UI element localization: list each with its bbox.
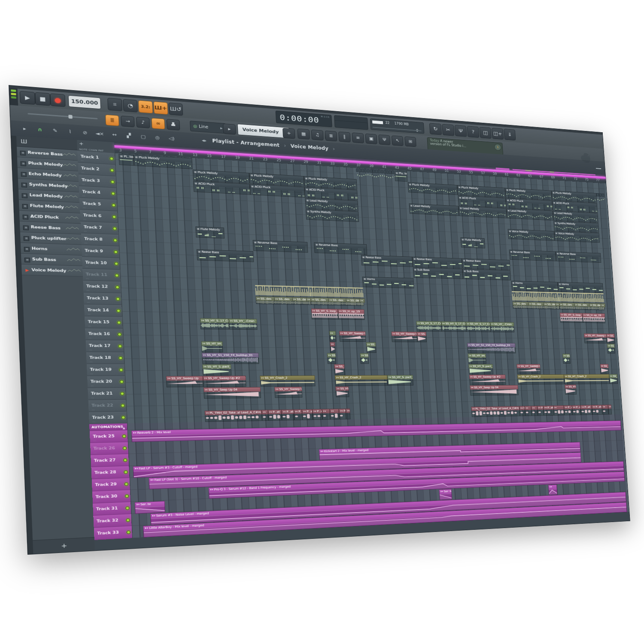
playlist-clip[interactable]: ↦ SS_..r_02: [600, 364, 609, 374]
playlist-clip[interactable]: ↦ P...et: [592, 405, 602, 415]
pattern-prev-button[interactable]: ▸: [223, 124, 236, 135]
automation-clip[interactable]: Ser..te: [439, 489, 452, 500]
automation-clip[interactable]: Ser..te: [134, 501, 165, 514]
playlist-clip[interactable]: ↦ SS..des↦ SS..des↦ SS..des↦: [512, 301, 559, 309]
playlist-clip[interactable]: ↦: [330, 409, 339, 419]
clip-header[interactable]: ↦ SS..ct: [416, 332, 426, 336]
collapse-minus-icon[interactable]: —: [595, 164, 601, 172]
track-menu-dots[interactable]: ⋯: [85, 265, 89, 268]
playlist-clip[interactable]: ≡ PL..ter: [118, 154, 134, 166]
breadcrumb-pattern[interactable]: Voice Melody: [290, 143, 328, 152]
track-led[interactable]: [125, 506, 130, 510]
playlist-clip[interactable]: ≡ Flute Melody: [460, 237, 485, 249]
clip-header[interactable]: ↦ P...et: [294, 409, 302, 414]
save-button[interactable]: ◫: [479, 127, 491, 139]
playlist-clip[interactable]: ↦ P...et: [537, 406, 544, 416]
time-display[interactable]: 0:00:00 M:S:CS: [276, 110, 332, 127]
playlist-clip[interactable]: ↦: [330, 342, 336, 353]
track-led[interactable]: [127, 530, 131, 534]
clip-header[interactable]: ↦ SS_HY_Sweep Up: [391, 331, 417, 336]
clip-header[interactable]: ↦ P...et: [537, 406, 544, 410]
playlist-clip[interactable]: ↦ SS_HY_..Cmin: [490, 322, 514, 332]
playlist-clip[interactable]: ↦ SS_HY_Sweep Up: [391, 331, 417, 342]
clip-header[interactable]: ↦ SS_..er: [327, 353, 336, 357]
playlist-clip[interactable]: ↦ SS_HY_Im_wnlifter: [201, 341, 223, 352]
track-menu-dots[interactable]: ⋯: [97, 524, 100, 527]
mini-pattern-clip[interactable]: [599, 193, 601, 197]
track-menu-dots[interactable]: ⋯: [96, 511, 100, 514]
playlist-clip[interactable]: ↦ P...et: [282, 410, 294, 421]
clip-header[interactable]: ↦ SS_HY_Sweep Up: [584, 334, 607, 338]
playlist-clip[interactable]: [310, 286, 364, 298]
track-header[interactable]: Track 23⋯: [89, 411, 127, 424]
track-led[interactable]: [115, 274, 118, 277]
track-header[interactable]: Track 12⋯: [83, 280, 121, 293]
clip-header[interactable]: ↦ SS_HY_Im_wnlifter: [468, 353, 486, 358]
clip-header[interactable]: ↦ SS_HY_Crash_2: [335, 375, 388, 380]
clip-header[interactable]: ↦ SS_HY_Crash_1: [565, 385, 576, 389]
track-menu-dots[interactable]: ⋯: [96, 499, 99, 502]
automation-track-header[interactable]: Track 30⋯: [92, 490, 131, 504]
playlist-clip[interactable]: ≡ Pluck Melody: [407, 182, 458, 195]
track-led[interactable]: [124, 470, 128, 474]
playlist-clip[interactable]: ↦ SS_H..op_19: [582, 313, 605, 323]
pattern-add-button[interactable]: +: [283, 128, 295, 139]
track-led[interactable]: [115, 286, 119, 289]
playlist-clip[interactable]: ↦ SS_..er: [562, 354, 571, 364]
mini-pattern-clip[interactable]: [356, 168, 358, 172]
playlist-clip[interactable]: ≡ Voice Melody: [554, 231, 599, 243]
track-led[interactable]: [126, 518, 130, 522]
clip-header[interactable]: ↦: [261, 410, 268, 414]
export-button[interactable]: ⇓: [504, 129, 516, 140]
clip-header[interactable]: ↦ SS_HY_Sweep Up: [274, 387, 302, 392]
track-header[interactable]: Track 17⋯: [86, 340, 124, 352]
automation-track-header[interactable]: Track 28⋯: [91, 466, 129, 479]
playlist-clip[interactable]: ≡ Horns: [511, 281, 558, 292]
playlist-clip[interactable]: ↦ SS_HY_S..pact_06: [202, 365, 231, 376]
wait-button[interactable]: ◔: [123, 99, 138, 112]
playlist-clip[interactable]: ↦ SS_HY_Seep Up 04: [470, 385, 519, 396]
playlist-clip[interactable]: ≡ Sub Bass: [462, 269, 511, 280]
track-led[interactable]: [114, 262, 118, 265]
playlist-clip[interactable]: ↦ P...et: [564, 405, 573, 416]
playlist-clip[interactable]: ↦ SS..des↦ SS..des↦ SS..des↦: [255, 296, 311, 305]
zoom-tool-button[interactable]: ◎: [151, 133, 164, 143]
track-header[interactable]: Track 18⋯: [86, 352, 125, 364]
playlist-clip[interactable]: ↦ SS_HY_Sweep Up: [584, 334, 607, 343]
playlist-clip[interactable]: ↦ SS_HY_Sweep Up #2: [469, 375, 506, 385]
playlist-clip[interactable]: ≡ Reese Bass: [412, 257, 462, 269]
plugin-button[interactable]: Ψ: [378, 134, 390, 145]
record-audio-button[interactable]: Ψ: [455, 125, 467, 137]
clip-header[interactable]: ↦ SS_..er: [562, 354, 570, 358]
playlist-clip[interactable]: ↦ SS_HY_S..pact_06: [387, 375, 413, 386]
playlist-clip[interactable]: ↦ P...et: [302, 409, 313, 420]
master-pitch-slider[interactable]: [27, 113, 97, 119]
playlist-clip[interactable]: ↦ SS_HY_..Cmin: [228, 319, 257, 330]
clip-header[interactable]: ↦ P...et: [339, 409, 346, 413]
clip-header[interactable]: ↦ P...et: [564, 405, 572, 410]
playlist-clip[interactable]: ≡ Horns: [558, 282, 604, 293]
tempo-display[interactable]: 150.000: [68, 95, 101, 109]
clip-header[interactable]: ↦ P...et: [302, 409, 313, 414]
track-menu-dots[interactable]: ⋯: [91, 408, 95, 411]
track-led[interactable]: [122, 434, 126, 438]
playlist-clip[interactable]: ↦ SS_HY_Sweep Up: [516, 364, 541, 374]
clip-header[interactable]: ↦: [525, 406, 532, 410]
playlist-clip[interactable]: ≡ Lead Melody: [409, 204, 459, 216]
track-header[interactable]: Track 16⋯: [85, 328, 123, 340]
playlist-clip[interactable]: ↦ P...et: [346, 409, 350, 419]
playlist-clip[interactable]: ↦ SS_HY_S1_150_FX_buildup_01: [467, 343, 516, 353]
clip-header[interactable]: ↦ SS_HY_..Cmin: [228, 319, 257, 323]
automation-track-header[interactable]: Track 31⋯: [93, 502, 131, 516]
playlist-clip[interactable]: ↦ SS_HY_S..17_Cmin: [200, 318, 229, 330]
track-menu-dots[interactable]: ⋯: [94, 475, 98, 478]
clip-header[interactable]: ↦ SS..ct: [606, 334, 615, 337]
track-header[interactable]: Track 6⋯: [80, 210, 118, 223]
clip-header[interactable]: ↦ P...et: [282, 410, 294, 414]
record-button[interactable]: [50, 93, 65, 107]
playlist-clip[interactable]: ↦ SS..des↦ SS..des↦ SS..des↦: [310, 298, 364, 306]
track-menu-dots[interactable]: ⋯: [82, 182, 85, 185]
playlist-clip[interactable]: ↦ SS_..r_02: [334, 364, 345, 375]
mini-pattern-clip[interactable]: [361, 169, 364, 172]
add-track-button[interactable]: +: [79, 141, 84, 146]
